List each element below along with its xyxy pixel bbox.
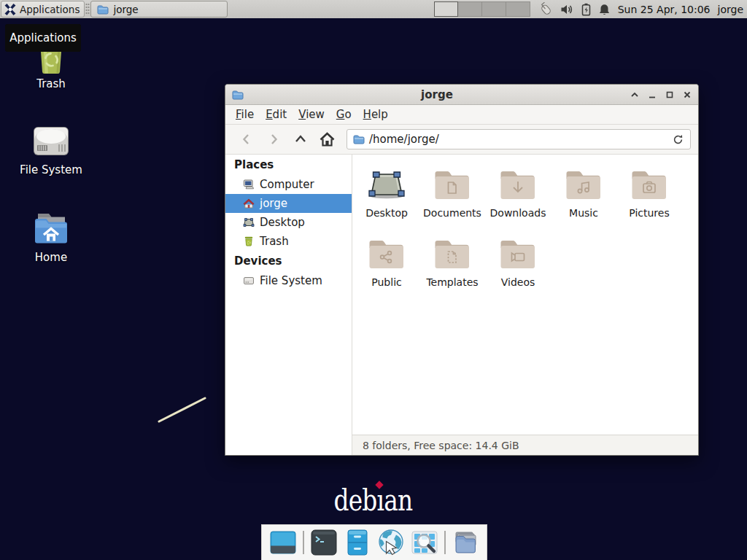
templates-folder-icon (433, 238, 471, 270)
taskbar-window-label: jorge (113, 4, 138, 15)
close-button[interactable] (682, 90, 692, 100)
home-button[interactable] (314, 128, 341, 150)
maximize-button[interactable] (665, 90, 675, 100)
volume-icon[interactable] (560, 3, 574, 16)
applications-menu-button[interactable]: Applications (1, 1, 85, 18)
up-button[interactable] (287, 128, 314, 150)
desktop-icon-home[interactable]: Home (7, 210, 95, 264)
desktop: Applications jorge Sun 25 Apr, 10:06 jor… (0, 0, 747, 560)
menu-edit[interactable]: Edit (260, 108, 293, 121)
sidebar-item-label: jorge (260, 197, 287, 210)
downloads-folder-icon (499, 168, 537, 201)
battery-icon[interactable] (581, 3, 592, 16)
sidebar-item-file-system[interactable]: File System (225, 271, 352, 290)
file-label: Templates (426, 276, 478, 288)
debian-logo: debian (318, 483, 427, 518)
file-documents[interactable]: Documents (419, 168, 485, 238)
panel-clock[interactable]: Sun 25 Apr, 10:06 (618, 4, 711, 15)
path-text[interactable]: /home/jorge/ (369, 133, 672, 146)
file-label: Documents (423, 207, 481, 219)
file-label: Videos (501, 276, 535, 288)
notification-bell-icon[interactable] (598, 3, 611, 16)
folder-icon (97, 4, 109, 15)
music-folder-icon (565, 168, 603, 201)
panel-username[interactable]: jorge (718, 4, 743, 15)
file-manager-window: jorge File Edit View Go Help /home/jorge… (225, 84, 699, 456)
pictures-folder-icon (630, 168, 668, 201)
menubar: File Edit View Go Help (225, 105, 698, 124)
workspace-switcher[interactable] (434, 1, 530, 17)
sidebar-item-label: File System (260, 274, 322, 287)
drive-icon (32, 122, 70, 160)
menu-go[interactable]: Go (330, 108, 357, 121)
drive-icon (243, 275, 255, 287)
dock (261, 524, 487, 560)
desktop-folder-icon (368, 168, 406, 201)
window-title: jorge (244, 88, 630, 101)
status-text: 8 folders, Free space: 14.4 GiB (363, 440, 519, 451)
sidebar-item-computer[interactable]: Computer (225, 175, 352, 194)
taskbar-window-button[interactable]: jorge (90, 1, 228, 18)
sidebar-item-desktop[interactable]: Desktop (225, 213, 352, 232)
workspace-1[interactable] (434, 1, 458, 17)
file-downloads[interactable]: Downloads (485, 168, 551, 238)
file-videos[interactable]: Videos (485, 238, 551, 307)
back-button[interactable] (233, 128, 260, 150)
sidebar-item-label: Trash (260, 235, 289, 248)
workspace-3[interactable] (482, 1, 506, 17)
menu-file[interactable]: File (230, 108, 260, 121)
file-pictures[interactable]: Pictures (616, 168, 682, 238)
sidebar-item-label: Computer (260, 178, 314, 191)
sidebar-header-places: Places (225, 155, 352, 175)
path-folder-icon (353, 133, 365, 145)
desktop-icon-label: Home (35, 251, 67, 264)
computer-icon (243, 179, 255, 190)
sidebar: Places Computer jorge Desktop Trash (225, 155, 352, 455)
sidebar-item-trash[interactable]: Trash (225, 232, 352, 251)
sidebar-header-devices: Devices (225, 251, 352, 271)
show-desktop-icon[interactable] (269, 529, 297, 556)
window-titlebar[interactable]: jorge (225, 85, 698, 105)
tooltip-text: Applications (9, 31, 77, 44)
file-music[interactable]: Music (551, 168, 616, 238)
file-templates[interactable]: Templates (419, 238, 485, 307)
reload-icon[interactable] (672, 133, 684, 146)
desktop-icon-label: File System (20, 163, 82, 176)
path-bar[interactable]: /home/jorge/ (347, 129, 691, 149)
system-tray (538, 2, 611, 17)
menu-help[interactable]: Help (357, 108, 394, 121)
home-icon (243, 198, 255, 209)
file-manager-icon[interactable] (452, 529, 479, 556)
web-browser-icon[interactable] (377, 529, 405, 556)
file-label: Desktop (365, 207, 408, 219)
desktop-icon-label: Trash (36, 77, 66, 90)
minimize-button[interactable] (647, 90, 657, 100)
file-public[interactable]: Public (354, 238, 419, 307)
shade-button[interactable] (630, 90, 640, 100)
desktop-icon (243, 217, 255, 228)
sidebar-item-jorge[interactable]: jorge (225, 194, 352, 213)
application-finder-icon[interactable] (411, 529, 438, 556)
file-desktop[interactable]: Desktop (354, 168, 419, 238)
dock-separator (303, 531, 304, 554)
toolbar: /home/jorge/ (225, 124, 698, 155)
workspace-2[interactable] (458, 1, 482, 17)
window-folder-icon (231, 89, 244, 101)
home-folder-icon (32, 210, 70, 248)
terminal-icon[interactable] (310, 529, 338, 556)
file-label: Downloads (490, 207, 546, 219)
mouse-tray-icon[interactable] (538, 2, 554, 17)
file-cabinet-icon[interactable] (344, 529, 371, 556)
videos-folder-icon (499, 238, 537, 270)
workspace-4[interactable] (506, 1, 530, 17)
menu-view[interactable]: View (293, 108, 330, 121)
panel-grip (85, 3, 90, 15)
forward-button[interactable] (260, 128, 287, 150)
status-bar: 8 folders, Free space: 14.4 GiB (352, 435, 698, 455)
desktop-icon-file-system[interactable]: File System (7, 122, 95, 176)
sidebar-item-label: Desktop (260, 216, 305, 229)
file-label: Public (371, 276, 401, 288)
file-grid: Desktop Documents (352, 155, 698, 435)
dock-separator (444, 531, 446, 554)
file-label: Pictures (629, 207, 669, 219)
